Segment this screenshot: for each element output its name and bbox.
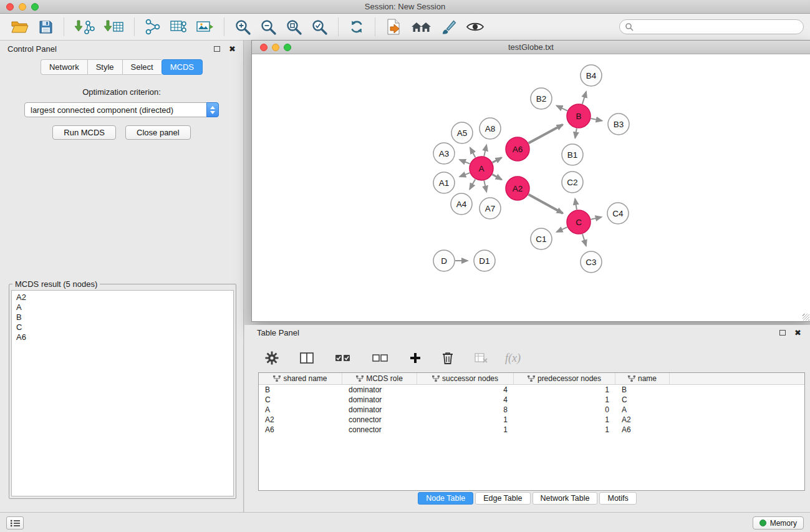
zoom-out-button[interactable] (256, 15, 281, 39)
graph-edge-B-B4[interactable] (582, 92, 586, 104)
graph-node-C[interactable]: C (567, 210, 591, 234)
first-neighbors-button[interactable] (406, 15, 436, 39)
tab-network-table[interactable]: Network Table (533, 492, 598, 505)
tab-motifs[interactable]: Motifs (599, 492, 636, 505)
graph-edge-A-A4[interactable] (470, 179, 475, 189)
import-table-button[interactable] (99, 15, 128, 39)
function-builder-button[interactable]: f(x) (505, 352, 521, 365)
mcds-result-item[interactable]: A2 (16, 293, 229, 302)
new-network-table-button[interactable] (165, 15, 191, 39)
graph-node-A2[interactable]: A2 (506, 177, 529, 200)
graph-edge-A-A7[interactable] (484, 181, 486, 192)
graph-node-A1[interactable]: A1 (433, 172, 455, 193)
graph-node-A6[interactable]: A6 (506, 137, 529, 161)
column-header-predecessor-nodes[interactable]: predecessor nodes (514, 373, 615, 384)
network-minimize-button[interactable] (272, 44, 279, 51)
graph-node-A[interactable]: A (470, 157, 493, 180)
network-close-button[interactable] (260, 44, 268, 51)
column-header-name[interactable]: name (615, 373, 670, 384)
mcds-result-item[interactable]: A6 (16, 332, 229, 342)
mcds-result-item[interactable]: B (16, 312, 229, 322)
tab-edge-table[interactable]: Edge Table (475, 492, 530, 505)
table-row[interactable]: Adominator80A (259, 405, 804, 415)
delete-column-button[interactable] (438, 346, 458, 370)
tab-style[interactable]: Style (87, 59, 122, 75)
graph-edge-C-C3[interactable] (582, 234, 586, 246)
graph-node-C4[interactable]: C4 (607, 203, 629, 224)
apply-style-button[interactable] (436, 15, 461, 39)
column-header-MCDS-role[interactable]: MCDS role (342, 373, 417, 384)
zoom-window-button[interactable] (31, 3, 39, 11)
tab-network[interactable]: Network (41, 59, 87, 75)
graph-node-C2[interactable]: C2 (562, 172, 583, 193)
zoom-in-button[interactable] (230, 15, 256, 39)
select-all-button[interactable] (330, 346, 355, 370)
table-row[interactable]: Cdominator41C (259, 395, 804, 405)
graph-edge-A-A5[interactable] (470, 148, 476, 158)
open-session-button[interactable] (6, 15, 34, 39)
graph-node-D1[interactable]: D1 (474, 250, 495, 271)
memory-button[interactable]: Memory (753, 516, 804, 530)
zoom-fit-button[interactable] (281, 15, 307, 39)
graph-node-B[interactable]: B (567, 104, 591, 128)
delete-table-button[interactable] (470, 346, 493, 370)
refresh-view-button[interactable] (344, 15, 369, 39)
graph-edge-A-A6[interactable] (493, 158, 502, 163)
column-header-shared-name[interactable]: shared name (259, 373, 342, 384)
table-row[interactable]: Bdominator41B (259, 385, 804, 395)
close-panel-icon[interactable]: ✖ (229, 45, 236, 53)
graph-edge-C-C2[interactable] (575, 199, 577, 210)
table-row[interactable]: A2connector11A2 (259, 415, 804, 425)
graph-node-A4[interactable]: A4 (451, 193, 472, 215)
close-window-button[interactable] (6, 3, 14, 11)
new-network-button[interactable] (140, 15, 165, 39)
graph-edge-A2-C[interactable] (529, 195, 563, 213)
column-header-successor-nodes[interactable]: successor nodes (417, 373, 514, 384)
graph-node-A8[interactable]: A8 (480, 118, 501, 139)
minimize-window-button[interactable] (19, 3, 26, 11)
graph-node-A5[interactable]: A5 (451, 122, 473, 143)
graph-edge-A-A1[interactable] (460, 173, 470, 177)
graph-node-B3[interactable]: B3 (608, 114, 629, 135)
save-session-button[interactable] (34, 15, 58, 39)
show-columns-button[interactable] (296, 346, 318, 370)
graph-node-B1[interactable]: B1 (562, 144, 583, 165)
mcds-result-item[interactable]: C (16, 322, 229, 332)
graph-node-A3[interactable]: A3 (433, 143, 455, 164)
graph-edge-A6-B[interactable] (529, 125, 563, 143)
close-table-panel-icon[interactable]: ✖ (794, 329, 801, 337)
graph-edge-B-B1[interactable] (575, 128, 577, 138)
float-panel-icon[interactable] (214, 46, 220, 52)
search-input[interactable] (637, 22, 798, 31)
table-row[interactable]: A6connector11A6 (259, 425, 804, 435)
graph-node-C1[interactable]: C1 (531, 228, 552, 249)
graph-node-D[interactable]: D (433, 250, 455, 271)
table-settings-button[interactable] (261, 346, 283, 370)
graph-node-C3[interactable]: C3 (581, 251, 602, 273)
network-zoom-button[interactable] (284, 44, 291, 51)
add-column-button[interactable] (405, 346, 425, 370)
tab-node-table[interactable]: Node Table (418, 492, 473, 505)
graph-edge-A-A2[interactable] (493, 175, 502, 180)
zoom-selected-button[interactable] (307, 15, 332, 39)
graph-edge-C-C1[interactable] (557, 227, 567, 232)
graph-edge-B-B2[interactable] (556, 105, 567, 110)
graph-edge-A-A3[interactable] (460, 160, 470, 164)
graph-node-A7[interactable]: A7 (480, 198, 501, 219)
close-panel-button[interactable]: Close panel (125, 125, 191, 140)
run-mcds-button[interactable]: Run MCDS (52, 125, 116, 140)
graph-edge-A-A8[interactable] (484, 145, 486, 156)
float-table-panel-icon[interactable] (779, 330, 786, 336)
resize-grip[interactable] (803, 314, 809, 321)
import-network-button[interactable] (70, 15, 99, 39)
graph-edge-C-C4[interactable] (591, 217, 602, 220)
graph-edge-B-B3[interactable] (591, 118, 602, 121)
optimization-criterion-select[interactable]: largest connected component (directed) (24, 102, 219, 117)
export-document-button[interactable] (381, 15, 406, 39)
tab-mcds[interactable]: MCDS (162, 59, 203, 75)
deselect-all-button[interactable] (368, 346, 393, 370)
task-history-button[interactable] (6, 516, 24, 530)
tab-select[interactable]: Select (122, 59, 162, 75)
show-hide-graphics-button[interactable] (461, 15, 489, 39)
mcds-result-item[interactable]: A (16, 302, 229, 312)
